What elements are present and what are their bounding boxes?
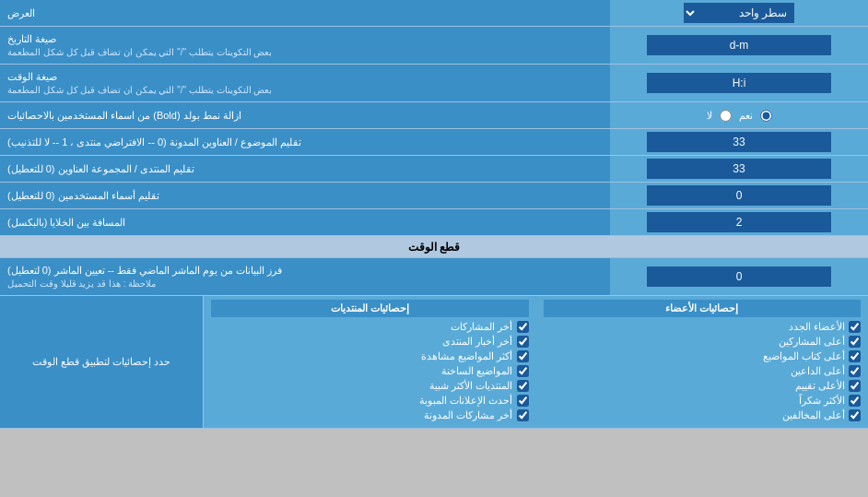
checkbox-item-similar: المنتديات الأكثر شبية <box>211 380 529 392</box>
time-cut-data-note: ملاحظة : هذا قد يزيد قليلا وقت التحميل <box>7 278 156 289</box>
bold-remove-control: نعم لا <box>610 102 868 128</box>
checkbox-item-shares: أخر المشاركات <box>211 321 529 333</box>
bold-remove-row: ازالة نمط بولد (Bold) من اسماء المستخدمي… <box>0 102 868 129</box>
bold-no-radio[interactable] <box>720 110 732 122</box>
checkbox-item-most-warned: أعلى المخالفين <box>544 409 862 421</box>
time-cut-section-header: قطع الوقت <box>0 236 868 258</box>
checkbox-ads[interactable] <box>517 395 529 407</box>
subject-order-control <box>610 129 868 155</box>
checkbox-top-inviters-label: أعلى الداعين <box>791 365 845 377</box>
forum-order-row: تقليم المنتدى / المجموعة العناوين (0 للت… <box>0 156 868 183</box>
time-format-control <box>610 65 868 101</box>
limit-label-text: حدد إحصائيات لتطبيق قطع الوقت <box>32 356 170 368</box>
checkbox-most-viewed-label: أكثر المواضيع مشاهدة <box>421 350 512 362</box>
forum-order-title: تقليم المنتدى / المجموعة العناوين (0 للت… <box>7 163 194 175</box>
bold-yes-label: نعم <box>739 110 753 122</box>
checkbox-most-viewed[interactable] <box>517 350 529 362</box>
time-format-label: صيغة الوقت بعض التكوينات يتطلب "/" التي … <box>0 65 610 101</box>
checkbox-item-top-inviters: أعلى الداعين <box>544 365 862 377</box>
cells-spacing-input[interactable] <box>647 212 831 232</box>
checkbox-top-rated-label: الأعلى تقييم <box>795 380 845 392</box>
date-format-input[interactable] <box>647 35 831 55</box>
header-label: العرض <box>0 0 610 26</box>
checkbox-new-members[interactable] <box>849 321 861 333</box>
forums-stats-header-text: إحصائيات المنتديات <box>331 302 409 314</box>
checkbox-most-thanks-label: الأكثر شكراً <box>799 395 845 407</box>
date-format-row: صيغة التاريخ بعض التكوينات يتطلب "/" الت… <box>0 27 868 65</box>
checkbox-shares[interactable] <box>517 321 529 333</box>
bold-remove-label: ازالة نمط بولد (Bold) من اسماء المستخدمي… <box>0 102 610 128</box>
subject-order-input[interactable] <box>647 132 831 152</box>
checkbox-ads-label: أحدث الإعلانات المبوبة <box>419 395 512 407</box>
time-format-note: بعض التكوينات يتطلب "/" التي يمكن ان تضا… <box>7 85 272 95</box>
checkbox-item-top-rated: الأعلى تقييم <box>544 380 862 392</box>
cells-spacing-label: المسافة بين الخلايا (بالبكسل) <box>0 209 610 235</box>
checkbox-shares-label: أخر المشاركات <box>451 321 512 333</box>
checkbox-item-new-members: الأعضاء الجدد <box>544 321 862 333</box>
header-row: العرض سطر واحد سطرين ثلاثة أسطر <box>0 0 868 27</box>
checkbox-top-posters[interactable] <box>849 336 861 348</box>
forum-order-control <box>610 156 868 182</box>
checkbox-blog-shares-label: أخر مشاركات المدونة <box>424 409 512 421</box>
checkbox-item-top-posters: أعلى المشاركين <box>544 336 862 348</box>
username-order-input[interactable] <box>647 185 831 206</box>
date-format-note: بعض التكوينات يتطلب "/" التي يمكن ان تضا… <box>7 47 272 57</box>
time-cut-data-input[interactable] <box>647 266 831 287</box>
time-cut-data-control <box>610 258 868 295</box>
checkbox-blog-shares[interactable] <box>517 409 529 421</box>
bold-radio-group: نعم لا <box>707 110 772 122</box>
checkbox-hot-label: المواضيع الساخنة <box>441 365 512 377</box>
time-format-title: صيغة الوقت <box>7 71 57 83</box>
checkbox-new-members-label: الأعضاء الجدد <box>789 321 845 333</box>
checkbox-top-posters-label: أعلى المشاركين <box>779 336 845 348</box>
checkbox-similar[interactable] <box>517 380 529 392</box>
time-cut-data-title: فرز البيانات من يوم الماشر الماضي فقط --… <box>7 265 282 277</box>
time-format-row: صيغة الوقت بعض التكوينات يتطلب "/" التي … <box>0 65 868 102</box>
username-order-row: تقليم أسماء المستخدمين (0 للتعطيل) <box>0 183 868 209</box>
time-format-input[interactable] <box>647 73 831 93</box>
members-stats-header: إحصائيات الأعضاء <box>544 300 862 317</box>
checkbox-item-most-viewed: أكثر المواضيع مشاهدة <box>211 350 529 362</box>
bold-yes-radio[interactable] <box>760 110 772 122</box>
date-format-label: صيغة التاريخ بعض التكوينات يتطلب "/" الت… <box>0 27 610 64</box>
checkbox-item-hot: المواضيع الساخنة <box>211 365 529 377</box>
subject-order-row: تقليم الموضوع / العناوين المدونة (0 -- ا… <box>0 129 868 156</box>
display-select[interactable]: سطر واحد سطرين ثلاثة أسطر <box>684 3 794 23</box>
forum-order-input[interactable] <box>647 159 831 179</box>
checkbox-top-authors[interactable] <box>849 350 861 362</box>
date-format-control <box>610 27 868 64</box>
username-order-title: تقليم أسماء المستخدمين (0 للتعطيل) <box>7 190 159 202</box>
checkbox-most-warned[interactable] <box>849 409 861 421</box>
checkbox-item-most-thanks: الأكثر شكراً <box>544 395 862 407</box>
checkbox-forum-news[interactable] <box>517 336 529 348</box>
username-order-control <box>610 183 868 208</box>
checkbox-most-thanks[interactable] <box>849 395 861 407</box>
limit-label-col: حدد إحصائيات لتطبيق قطع الوقت <box>0 296 203 428</box>
forums-stats-col: إحصائيات المنتديات أخر المشاركات أخر أخب… <box>203 296 536 428</box>
subject-order-label: تقليم الموضوع / العناوين المدونة (0 -- ا… <box>0 129 610 155</box>
display-label-text: العرض <box>7 7 35 19</box>
checkbox-top-inviters[interactable] <box>849 365 861 377</box>
checkbox-item-ads: أحدث الإعلانات المبوبة <box>211 395 529 407</box>
bold-remove-title: ازالة نمط بولد (Bold) من اسماء المستخدمي… <box>7 110 241 122</box>
cells-spacing-control <box>610 209 868 235</box>
username-order-label: تقليم أسماء المستخدمين (0 للتعطيل) <box>0 183 610 208</box>
forums-stats-header: إحصائيات المنتديات <box>211 300 529 317</box>
checkbox-hot[interactable] <box>517 365 529 377</box>
time-cut-data-row: فرز البيانات من يوم الماشر الماضي فقط --… <box>0 258 868 296</box>
members-stats-col: إحصائيات الأعضاء الأعضاء الجدد أعلى المش… <box>536 296 869 428</box>
checkbox-most-warned-label: أعلى المخالفين <box>782 409 845 421</box>
date-format-title: صيغة التاريخ <box>7 33 56 45</box>
header-control: سطر واحد سطرين ثلاثة أسطر <box>610 0 868 26</box>
time-cut-data-label: فرز البيانات من يوم الماشر الماضي فقط --… <box>0 258 610 295</box>
forum-order-label: تقليم المنتدى / المجموعة العناوين (0 للت… <box>0 156 610 182</box>
checkbox-item-forum-news: أخر أخبار المنتدى <box>211 336 529 348</box>
subject-order-title: تقليم الموضوع / العناوين المدونة (0 -- ا… <box>7 136 301 148</box>
checkbox-top-authors-label: أعلى كتاب المواضيع <box>763 350 845 362</box>
checkbox-item-top-authors: أعلى كتاب المواضيع <box>544 350 862 362</box>
cells-spacing-title: المسافة بين الخلايا (بالبكسل) <box>7 217 126 229</box>
checkbox-item-blog-shares: أخر مشاركات المدونة <box>211 409 529 421</box>
checkbox-forum-news-label: أخر أخبار المنتدى <box>442 336 512 348</box>
bold-no-label: لا <box>707 110 712 122</box>
checkbox-top-rated[interactable] <box>849 380 861 392</box>
